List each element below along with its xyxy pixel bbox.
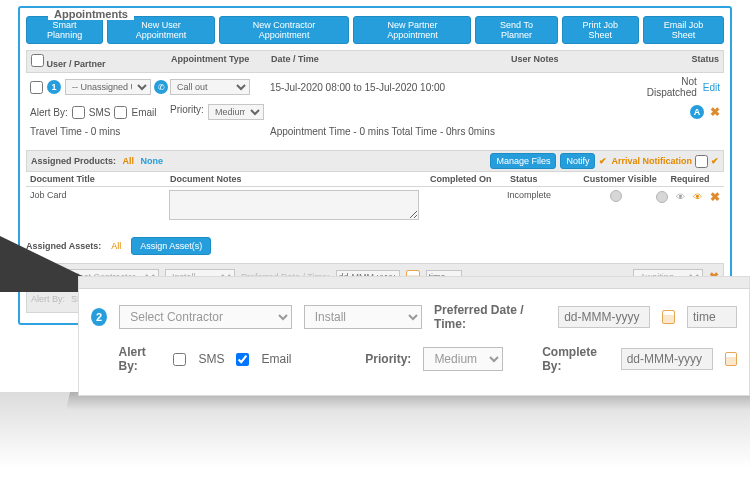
send-to-planner-button[interactable]: Send To Planner bbox=[475, 16, 557, 44]
col-doc-notes: Document Notes bbox=[170, 174, 430, 184]
col-doc-status: Status bbox=[510, 174, 580, 184]
email-job-sheet-button[interactable]: Email Job Sheet bbox=[643, 16, 724, 44]
phone-icon[interactable]: ✆ bbox=[154, 80, 168, 94]
print-job-sheet-button[interactable]: Print Job Sheet bbox=[562, 16, 639, 44]
mag-pref-label: Preferred Date / Time: bbox=[434, 303, 546, 331]
arrival-notification: Arrival Notification✔ bbox=[611, 155, 719, 168]
col-datetime: Date / Time bbox=[267, 51, 507, 72]
manage-files-button[interactable]: Manage Files bbox=[490, 153, 556, 169]
assign-assets-button[interactable]: Assign Asset(s) bbox=[131, 237, 211, 255]
mag-priority-select[interactable]: Medium bbox=[423, 347, 502, 371]
doc-title: Job Card bbox=[30, 190, 169, 200]
customer-visible-toggle[interactable] bbox=[610, 190, 622, 202]
smart-planning-button[interactable]: Smart Planning bbox=[26, 16, 103, 44]
mag-contractor-select[interactable]: Select Contractor bbox=[119, 305, 291, 329]
select-all-checkbox[interactable] bbox=[31, 54, 44, 67]
assigned-all-link[interactable]: All bbox=[123, 156, 135, 166]
priority-select[interactable]: Medium bbox=[208, 104, 264, 120]
new-user-appointment-button[interactable]: New User Appointment bbox=[107, 16, 215, 44]
delete-icon[interactable]: ✖ bbox=[710, 105, 720, 119]
doc-status: Incomplete bbox=[507, 190, 577, 200]
toolbar: Smart Planning New User Appointment New … bbox=[26, 16, 724, 44]
appointment-row-1: 1 -- Unassigned User -- ✆ Call out 15-Ju… bbox=[26, 73, 724, 101]
assigned-assets: Assigned Assets: All Assign Asset(s) bbox=[26, 237, 724, 255]
priority-label: Priority: bbox=[170, 104, 204, 120]
new-partner-appointment-button[interactable]: New Partner Appointment bbox=[353, 16, 471, 44]
assets-all-link[interactable]: All bbox=[111, 241, 121, 251]
panel-title: Appointments bbox=[48, 8, 134, 20]
appointments-header: User / Partner Appointment Type Date / T… bbox=[26, 50, 724, 73]
mag-email-checkbox[interactable] bbox=[236, 353, 249, 366]
col-status: Status bbox=[643, 51, 723, 72]
sms-label: SMS bbox=[89, 107, 111, 118]
col-doc-title: Document Title bbox=[30, 174, 170, 184]
mag-sms-checkbox[interactable] bbox=[173, 353, 186, 366]
col-type: Appointment Type bbox=[167, 51, 267, 72]
a-icon[interactable]: A bbox=[690, 105, 704, 119]
alert-by-label: Alert By: bbox=[30, 107, 68, 118]
mag-sms-label: SMS bbox=[198, 352, 224, 366]
assigned-products-label: Assigned Products: bbox=[31, 156, 116, 166]
mag-pref-date[interactable] bbox=[558, 306, 650, 328]
edit-link[interactable]: Edit bbox=[703, 82, 720, 93]
row1-badge: 1 bbox=[47, 80, 61, 94]
travel-time: Travel Time - 0 mins bbox=[30, 126, 170, 137]
row1-status: Not Dispatched bbox=[640, 76, 697, 98]
mag-email-label: Email bbox=[261, 352, 291, 366]
row1-checkbox[interactable] bbox=[30, 81, 43, 94]
email-checkbox[interactable] bbox=[114, 106, 127, 119]
mag-complete-date[interactable] bbox=[621, 348, 713, 370]
mag-priority-label: Priority: bbox=[365, 352, 411, 366]
view-icon-alt[interactable]: 👁 bbox=[693, 192, 702, 202]
mag-badge: 2 bbox=[91, 308, 107, 326]
mag-row-1: 2 Select Contractor Install Preferred Da… bbox=[91, 303, 737, 331]
mag-alert-by: Alert By: bbox=[118, 345, 161, 373]
notify-button[interactable]: Notify bbox=[560, 153, 595, 169]
row2-alert-by: Alert By: bbox=[31, 294, 65, 304]
col-doc-completed: Completed On bbox=[430, 174, 510, 184]
arrival-checkbox[interactable] bbox=[695, 155, 708, 168]
new-contractor-appointment-button[interactable]: New Contractor Appointment bbox=[219, 16, 350, 44]
doc-notes-input[interactable] bbox=[169, 190, 419, 220]
doc-row: Job Card Incomplete 👁 👁 ✖ bbox=[26, 187, 724, 225]
assigned-products-bar: Assigned Products: All None Manage Files… bbox=[26, 150, 724, 172]
user-select[interactable]: -- Unassigned User -- bbox=[65, 79, 151, 95]
mag-calendar-icon[interactable] bbox=[662, 310, 675, 324]
mag-type-select[interactable]: Install bbox=[304, 305, 422, 329]
appt-total-time: Appointment Time - 0 mins Total Time - 0… bbox=[270, 126, 510, 137]
docs-header: Document Title Document Notes Completed … bbox=[26, 172, 724, 187]
assets-label: Assigned Assets: bbox=[26, 241, 101, 251]
col-usernotes: User Notes bbox=[507, 51, 643, 72]
email-label: Email bbox=[131, 107, 156, 118]
mag-calendar-icon-2[interactable] bbox=[725, 352, 737, 366]
appointment-row-1b: Alert By: SMS Email Priority: Medium A ✖ bbox=[26, 101, 724, 123]
mag-complete-label: Complete By: bbox=[542, 345, 608, 373]
mag-pref-time[interactable] bbox=[687, 306, 737, 328]
col-doc-cvis: Customer Visible bbox=[580, 174, 660, 184]
magnified-panel: 2 Select Contractor Install Preferred Da… bbox=[78, 276, 750, 396]
required-toggle[interactable] bbox=[656, 191, 668, 203]
assigned-none-link[interactable]: None bbox=[141, 156, 164, 166]
mag-row-2: Alert By: SMS Email Priority: Medium Com… bbox=[91, 345, 737, 373]
col-doc-req: Required bbox=[660, 174, 720, 184]
sms-checkbox[interactable] bbox=[72, 106, 85, 119]
appointment-type-select[interactable]: Call out bbox=[170, 79, 250, 95]
col-user: User / Partner bbox=[47, 59, 106, 69]
doc-delete-icon[interactable]: ✖ bbox=[710, 190, 720, 204]
view-icon[interactable]: 👁 bbox=[676, 192, 685, 202]
row1-datetime: 15-Jul-2020 08:00 to 15-Jul-2020 10:00 bbox=[270, 82, 510, 93]
mag-bar bbox=[79, 277, 749, 289]
appointment-row-1c: Travel Time - 0 mins Appointment Time - … bbox=[26, 123, 724, 140]
